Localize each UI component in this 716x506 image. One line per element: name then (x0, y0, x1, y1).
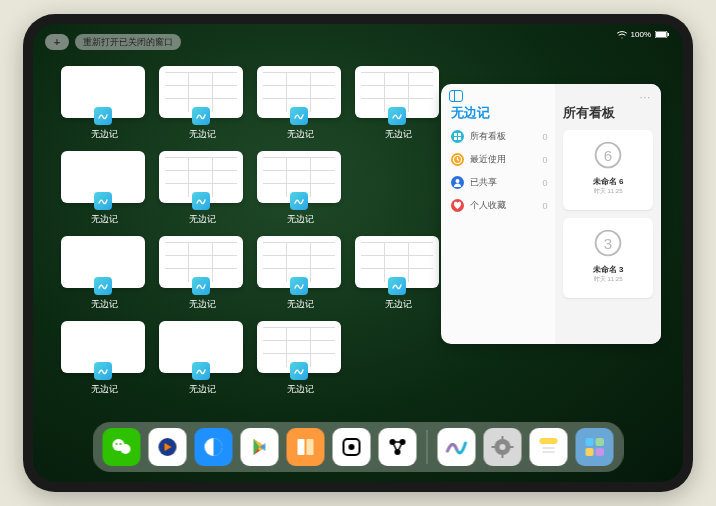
thumbnail-label: 无边记 (159, 213, 245, 226)
sidebar-item-count: 0 (542, 201, 547, 211)
thumbnail-label: 无边记 (61, 213, 147, 226)
thumbnail-label: 无边记 (61, 383, 147, 396)
battery-text: 100% (631, 30, 651, 39)
window-thumbnail[interactable]: 无边记 (61, 321, 147, 396)
thumbnail-label: 无边记 (257, 128, 343, 141)
dock-app-freeform[interactable] (438, 428, 476, 466)
window-thumbnail[interactable]: 无边记 (355, 236, 441, 311)
thumbnail-label: 无边记 (159, 128, 245, 141)
thumbnail-label: 无边记 (257, 213, 343, 226)
freeform-app-icon (94, 192, 112, 210)
top-controls: + 重新打开已关闭的窗口 (45, 34, 181, 50)
dock-app-notes[interactable] (530, 428, 568, 466)
panel-menu-button[interactable]: ··· (640, 92, 651, 103)
svg-rect-6 (458, 137, 461, 140)
svg-point-15 (116, 443, 118, 445)
svg-rect-37 (586, 438, 594, 446)
board-time: 昨天 11:25 (594, 275, 623, 284)
dock-app-app-library[interactable] (576, 428, 614, 466)
sidebar-item[interactable]: 个人收藏0 (451, 199, 547, 212)
board-title: 未命名 6 (593, 176, 624, 187)
dock (93, 422, 624, 472)
app-library-icon (583, 435, 607, 459)
sidebar-item-count: 0 (542, 155, 547, 165)
books-icon (294, 435, 318, 459)
thumbnail-label: 无边记 (257, 298, 343, 311)
panel-sidebar: 无边记 所有看板0最近使用0已共享0个人收藏0 (441, 84, 555, 344)
freeform-app-icon (290, 192, 308, 210)
panel-title-left: 无边记 (451, 104, 547, 122)
svg-rect-21 (307, 439, 314, 455)
wifi-icon (617, 31, 627, 39)
heart-icon (451, 199, 464, 212)
window-thumbnail[interactable]: 无边记 (159, 236, 245, 311)
dock-app-qq-browser[interactable] (195, 428, 233, 466)
svg-rect-34 (540, 438, 558, 444)
sidebar-item-label: 最近使用 (470, 153, 506, 166)
panel-content: 所有看板 6未命名 6昨天 11:253未命名 3昨天 11:25 (555, 84, 661, 344)
window-thumbnail[interactable]: 无边记 (61, 66, 147, 141)
dock-app-settings[interactable] (484, 428, 522, 466)
window-thumbnail[interactable]: 无边记 (159, 151, 245, 226)
nodes-icon (386, 435, 410, 459)
svg-point-16 (120, 443, 122, 445)
svg-point-23 (349, 444, 355, 450)
play-icon (248, 435, 272, 459)
window-thumbnail[interactable]: 无边记 (257, 151, 343, 226)
sidebar-item-label: 已共享 (470, 176, 497, 189)
board-preview: 3 (589, 224, 627, 262)
reopen-closed-window-button[interactable]: 重新打开已关闭的窗口 (75, 34, 181, 50)
window-thumbnail[interactable]: 无边记 (257, 236, 343, 311)
dock-app-nodes[interactable] (379, 428, 417, 466)
freeform-panel[interactable]: ··· 无边记 所有看板0最近使用0已共享0个人收藏0 所有看板 6未命名 6昨… (441, 84, 661, 344)
board-tile[interactable]: 3未命名 3昨天 11:25 (563, 218, 653, 298)
clock-icon (451, 153, 464, 166)
window-grid: 无边记无边记无边记无边记无边记无边记无边记无边记无边记无边记无边记无边记无边记无… (61, 66, 441, 396)
panel-title-right: 所有看板 (563, 104, 653, 122)
svg-point-28 (500, 444, 506, 450)
board-time: 昨天 11:25 (594, 187, 623, 196)
status-bar: 100% (617, 30, 669, 39)
svg-rect-39 (586, 448, 594, 456)
freeform-app-icon (388, 277, 406, 295)
window-thumbnail[interactable]: 无边记 (355, 66, 441, 141)
window-thumbnail[interactable]: 无边记 (61, 236, 147, 311)
svg-text:3: 3 (604, 235, 612, 252)
settings-icon (491, 435, 515, 459)
board-tile[interactable]: 6未命名 6昨天 11:25 (563, 130, 653, 210)
dock-app-books[interactable] (287, 428, 325, 466)
ipad-frame: 100% + 重新打开已关闭的窗口 无边记无边记无边记无边记无边记无边记无边记无… (23, 14, 693, 492)
thumbnail-label: 无边记 (159, 298, 245, 311)
svg-text:6: 6 (604, 147, 612, 164)
freeform-app-icon (290, 107, 308, 125)
sidebar-item[interactable]: 已共享0 (451, 176, 547, 189)
notes-icon (537, 435, 561, 459)
new-window-button[interactable]: + (45, 34, 69, 50)
freeform-app-icon (192, 107, 210, 125)
window-thumbnail[interactable]: 无边记 (257, 66, 343, 141)
sidebar-toggle-icon[interactable] (449, 90, 463, 102)
thumbnail-label: 无边记 (159, 383, 245, 396)
freeform-app-icon (192, 277, 210, 295)
sidebar-item-label: 个人收藏 (470, 199, 506, 212)
dock-app-tencent-video[interactable] (149, 428, 187, 466)
freeform-icon (445, 435, 469, 459)
window-thumbnail[interactable]: 无边记 (257, 321, 343, 396)
thumbnail-label: 无边记 (355, 298, 441, 311)
dock-app-wechat[interactable] (103, 428, 141, 466)
grid-icon (451, 130, 464, 143)
freeform-app-icon (192, 192, 210, 210)
thumbnail-label: 无边记 (257, 383, 343, 396)
dock-app-dice[interactable] (333, 428, 371, 466)
svg-rect-2 (668, 33, 670, 36)
freeform-app-icon (290, 362, 308, 380)
dock-app-play[interactable] (241, 428, 279, 466)
window-thumbnail[interactable]: 无边记 (159, 66, 245, 141)
thumbnail-label: 无边记 (61, 128, 147, 141)
window-thumbnail[interactable]: 无边记 (159, 321, 245, 396)
svg-point-14 (121, 444, 131, 454)
sidebar-item[interactable]: 所有看板0 (451, 130, 547, 143)
dice-icon (340, 435, 364, 459)
sidebar-item[interactable]: 最近使用0 (451, 153, 547, 166)
window-thumbnail[interactable]: 无边记 (61, 151, 147, 226)
